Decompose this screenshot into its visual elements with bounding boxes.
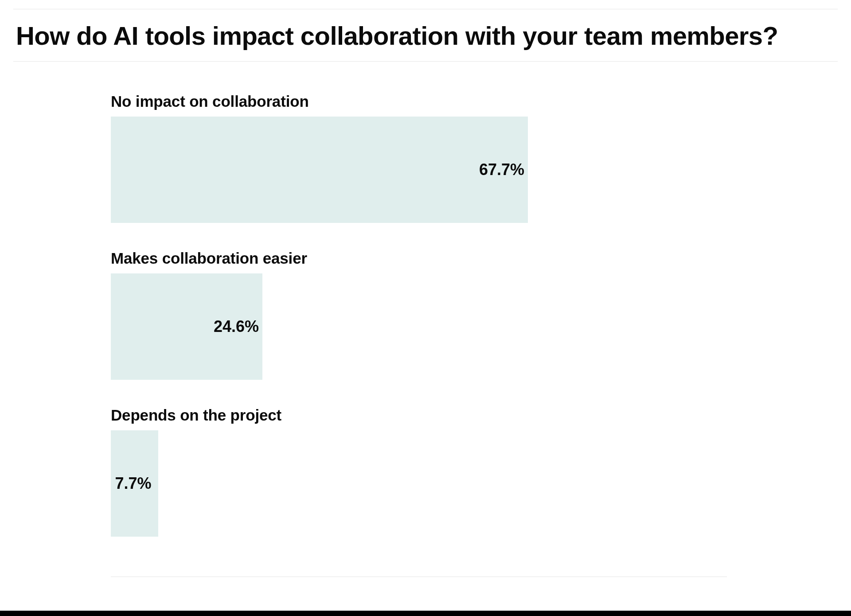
bar-block: Makes collaboration easier24.6%: [111, 250, 727, 380]
chart: No impact on collaboration67.7%Makes col…: [0, 62, 851, 572]
bar-row: 24.6%: [111, 273, 727, 380]
bar-block: No impact on collaboration67.7%: [111, 93, 727, 223]
bar-row: 67.7%: [111, 117, 727, 223]
bar-value-label: 7.7%: [115, 474, 152, 493]
bar-value-label: 24.6%: [214, 317, 259, 336]
bar-category-label: Depends on the project: [111, 406, 727, 424]
chart-title: How do AI tools impact collaboration wit…: [0, 9, 851, 61]
chart-area: No impact on collaboration67.7%Makes col…: [111, 93, 727, 537]
bar: [111, 117, 528, 223]
bar-value-label: 67.7%: [479, 160, 524, 179]
bar-block: Depends on the project7.7%: [111, 406, 727, 537]
footer-bar: [0, 611, 851, 616]
bar-row: 7.7%: [111, 430, 727, 537]
rule-bottom: [111, 577, 727, 577]
bar-category-label: Makes collaboration easier: [111, 250, 727, 267]
bar-category-label: No impact on collaboration: [111, 93, 727, 110]
